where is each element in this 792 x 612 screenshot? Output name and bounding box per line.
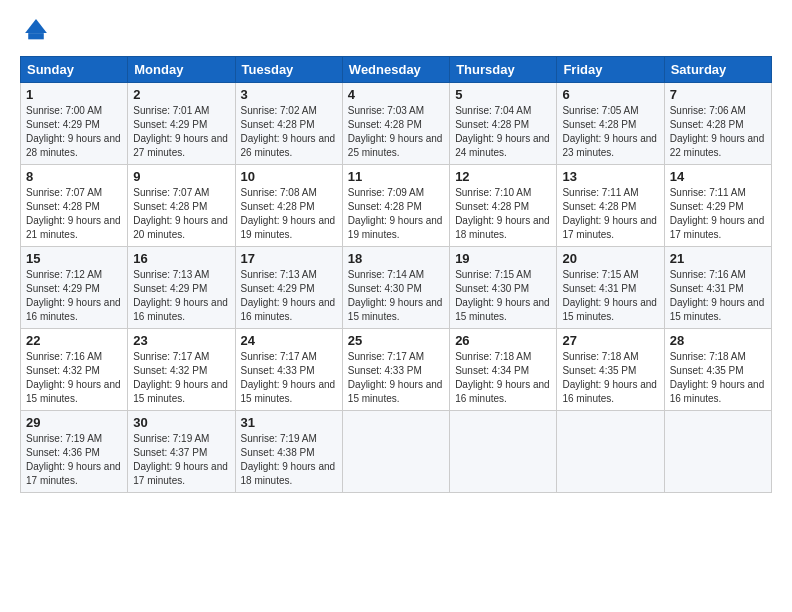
- calendar-cell: 8Sunrise: 7:07 AMSunset: 4:28 PMDaylight…: [21, 165, 128, 247]
- weekday-header-wednesday: Wednesday: [342, 57, 449, 83]
- day-number: 2: [133, 87, 229, 102]
- day-info: Sunrise: 7:07 AMSunset: 4:28 PMDaylight:…: [133, 186, 229, 242]
- day-number: 14: [670, 169, 766, 184]
- day-number: 27: [562, 333, 658, 348]
- day-number: 19: [455, 251, 551, 266]
- day-info: Sunrise: 7:15 AMSunset: 4:31 PMDaylight:…: [562, 268, 658, 324]
- day-info: Sunrise: 7:10 AMSunset: 4:28 PMDaylight:…: [455, 186, 551, 242]
- calendar-cell: [557, 411, 664, 493]
- day-number: 29: [26, 415, 122, 430]
- day-info: Sunrise: 7:11 AMSunset: 4:29 PMDaylight:…: [670, 186, 766, 242]
- calendar-cell: 4Sunrise: 7:03 AMSunset: 4:28 PMDaylight…: [342, 83, 449, 165]
- day-number: 4: [348, 87, 444, 102]
- day-number: 9: [133, 169, 229, 184]
- logo-icon: [22, 16, 50, 44]
- calendar-cell: 23Sunrise: 7:17 AMSunset: 4:32 PMDayligh…: [128, 329, 235, 411]
- header: [20, 16, 772, 48]
- calendar-cell: 16Sunrise: 7:13 AMSunset: 4:29 PMDayligh…: [128, 247, 235, 329]
- day-info: Sunrise: 7:05 AMSunset: 4:28 PMDaylight:…: [562, 104, 658, 160]
- calendar-cell: 18Sunrise: 7:14 AMSunset: 4:30 PMDayligh…: [342, 247, 449, 329]
- day-number: 16: [133, 251, 229, 266]
- day-number: 5: [455, 87, 551, 102]
- day-info: Sunrise: 7:13 AMSunset: 4:29 PMDaylight:…: [241, 268, 337, 324]
- day-info: Sunrise: 7:13 AMSunset: 4:29 PMDaylight:…: [133, 268, 229, 324]
- calendar-week-4: 22Sunrise: 7:16 AMSunset: 4:32 PMDayligh…: [21, 329, 772, 411]
- calendar-cell: 31Sunrise: 7:19 AMSunset: 4:38 PMDayligh…: [235, 411, 342, 493]
- day-info: Sunrise: 7:17 AMSunset: 4:33 PMDaylight:…: [241, 350, 337, 406]
- day-number: 24: [241, 333, 337, 348]
- day-number: 22: [26, 333, 122, 348]
- calendar-cell: 1Sunrise: 7:00 AMSunset: 4:29 PMDaylight…: [21, 83, 128, 165]
- svg-marker-0: [25, 19, 47, 33]
- calendar-cell: 28Sunrise: 7:18 AMSunset: 4:35 PMDayligh…: [664, 329, 771, 411]
- calendar-cell: [342, 411, 449, 493]
- day-info: Sunrise: 7:19 AMSunset: 4:38 PMDaylight:…: [241, 432, 337, 488]
- day-number: 7: [670, 87, 766, 102]
- day-info: Sunrise: 7:11 AMSunset: 4:28 PMDaylight:…: [562, 186, 658, 242]
- day-info: Sunrise: 7:06 AMSunset: 4:28 PMDaylight:…: [670, 104, 766, 160]
- day-number: 15: [26, 251, 122, 266]
- calendar-week-5: 29Sunrise: 7:19 AMSunset: 4:36 PMDayligh…: [21, 411, 772, 493]
- day-number: 12: [455, 169, 551, 184]
- calendar-cell: 27Sunrise: 7:18 AMSunset: 4:35 PMDayligh…: [557, 329, 664, 411]
- day-info: Sunrise: 7:01 AMSunset: 4:29 PMDaylight:…: [133, 104, 229, 160]
- day-info: Sunrise: 7:08 AMSunset: 4:28 PMDaylight:…: [241, 186, 337, 242]
- calendar-cell: 12Sunrise: 7:10 AMSunset: 4:28 PMDayligh…: [450, 165, 557, 247]
- calendar-cell: 24Sunrise: 7:17 AMSunset: 4:33 PMDayligh…: [235, 329, 342, 411]
- day-info: Sunrise: 7:17 AMSunset: 4:33 PMDaylight:…: [348, 350, 444, 406]
- day-number: 6: [562, 87, 658, 102]
- day-number: 17: [241, 251, 337, 266]
- day-info: Sunrise: 7:15 AMSunset: 4:30 PMDaylight:…: [455, 268, 551, 324]
- day-number: 10: [241, 169, 337, 184]
- calendar-cell: 13Sunrise: 7:11 AMSunset: 4:28 PMDayligh…: [557, 165, 664, 247]
- day-info: Sunrise: 7:18 AMSunset: 4:35 PMDaylight:…: [670, 350, 766, 406]
- day-number: 3: [241, 87, 337, 102]
- calendar-cell: 30Sunrise: 7:19 AMSunset: 4:37 PMDayligh…: [128, 411, 235, 493]
- calendar-cell: 17Sunrise: 7:13 AMSunset: 4:29 PMDayligh…: [235, 247, 342, 329]
- calendar-cell: 29Sunrise: 7:19 AMSunset: 4:36 PMDayligh…: [21, 411, 128, 493]
- day-number: 18: [348, 251, 444, 266]
- calendar-cell: 3Sunrise: 7:02 AMSunset: 4:28 PMDaylight…: [235, 83, 342, 165]
- calendar-table: SundayMondayTuesdayWednesdayThursdayFrid…: [20, 56, 772, 493]
- calendar-cell: 6Sunrise: 7:05 AMSunset: 4:28 PMDaylight…: [557, 83, 664, 165]
- day-number: 28: [670, 333, 766, 348]
- calendar-cell: 20Sunrise: 7:15 AMSunset: 4:31 PMDayligh…: [557, 247, 664, 329]
- day-info: Sunrise: 7:03 AMSunset: 4:28 PMDaylight:…: [348, 104, 444, 160]
- day-info: Sunrise: 7:04 AMSunset: 4:28 PMDaylight:…: [455, 104, 551, 160]
- calendar-cell: 19Sunrise: 7:15 AMSunset: 4:30 PMDayligh…: [450, 247, 557, 329]
- day-number: 31: [241, 415, 337, 430]
- weekday-header-tuesday: Tuesday: [235, 57, 342, 83]
- day-number: 13: [562, 169, 658, 184]
- weekday-header-thursday: Thursday: [450, 57, 557, 83]
- calendar-cell: 10Sunrise: 7:08 AMSunset: 4:28 PMDayligh…: [235, 165, 342, 247]
- day-number: 1: [26, 87, 122, 102]
- day-info: Sunrise: 7:14 AMSunset: 4:30 PMDaylight:…: [348, 268, 444, 324]
- day-number: 8: [26, 169, 122, 184]
- day-info: Sunrise: 7:19 AMSunset: 4:36 PMDaylight:…: [26, 432, 122, 488]
- calendar-cell: 26Sunrise: 7:18 AMSunset: 4:34 PMDayligh…: [450, 329, 557, 411]
- calendar-header-row: SundayMondayTuesdayWednesdayThursdayFrid…: [21, 57, 772, 83]
- weekday-header-friday: Friday: [557, 57, 664, 83]
- calendar-cell: 5Sunrise: 7:04 AMSunset: 4:28 PMDaylight…: [450, 83, 557, 165]
- day-info: Sunrise: 7:00 AMSunset: 4:29 PMDaylight:…: [26, 104, 122, 160]
- calendar-cell: 2Sunrise: 7:01 AMSunset: 4:29 PMDaylight…: [128, 83, 235, 165]
- calendar-cell: 25Sunrise: 7:17 AMSunset: 4:33 PMDayligh…: [342, 329, 449, 411]
- calendar-cell: 9Sunrise: 7:07 AMSunset: 4:28 PMDaylight…: [128, 165, 235, 247]
- day-info: Sunrise: 7:09 AMSunset: 4:28 PMDaylight:…: [348, 186, 444, 242]
- day-number: 25: [348, 333, 444, 348]
- day-number: 11: [348, 169, 444, 184]
- calendar-cell: [450, 411, 557, 493]
- day-info: Sunrise: 7:18 AMSunset: 4:35 PMDaylight:…: [562, 350, 658, 406]
- calendar-cell: 11Sunrise: 7:09 AMSunset: 4:28 PMDayligh…: [342, 165, 449, 247]
- day-info: Sunrise: 7:12 AMSunset: 4:29 PMDaylight:…: [26, 268, 122, 324]
- calendar-cell: 22Sunrise: 7:16 AMSunset: 4:32 PMDayligh…: [21, 329, 128, 411]
- calendar-week-1: 1Sunrise: 7:00 AMSunset: 4:29 PMDaylight…: [21, 83, 772, 165]
- logo: [20, 16, 50, 48]
- day-info: Sunrise: 7:07 AMSunset: 4:28 PMDaylight:…: [26, 186, 122, 242]
- calendar-week-3: 15Sunrise: 7:12 AMSunset: 4:29 PMDayligh…: [21, 247, 772, 329]
- weekday-header-monday: Monday: [128, 57, 235, 83]
- weekday-header-saturday: Saturday: [664, 57, 771, 83]
- calendar-cell: 7Sunrise: 7:06 AMSunset: 4:28 PMDaylight…: [664, 83, 771, 165]
- calendar-cell: 14Sunrise: 7:11 AMSunset: 4:29 PMDayligh…: [664, 165, 771, 247]
- calendar-cell: 15Sunrise: 7:12 AMSunset: 4:29 PMDayligh…: [21, 247, 128, 329]
